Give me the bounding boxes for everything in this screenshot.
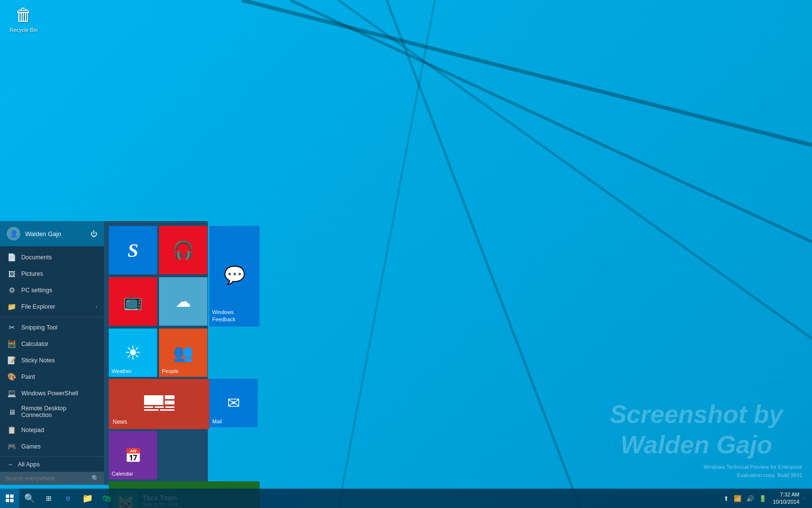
documents-label: Documents [21, 254, 52, 261]
news-label: News [113, 418, 127, 425]
remote-desktop-label: Remote Desktop Connection [21, 405, 97, 418]
menu-item-sticky-notes[interactable]: 📝 Sticky Notes [0, 352, 104, 369]
games-icon: 🎮 [7, 442, 16, 451]
power-button[interactable]: ⏻ [90, 230, 97, 238]
store-icon: 🛍 [102, 493, 111, 504]
ie-icon: e [66, 494, 71, 503]
tile-weather[interactable]: ☀ Weather [109, 329, 157, 377]
news-icon [144, 395, 174, 411]
menu-item-games[interactable]: 🎮 Games [0, 438, 104, 455]
remote-desktop-icon: 🖥 [7, 407, 16, 417]
menu-item-pictures[interactable]: 🖼 Pictures [0, 266, 104, 282]
svg-line-1 [290, 0, 812, 242]
windows-notice: Windows Technical Preview for Enterprise… [703, 463, 802, 480]
menu-item-calculator[interactable]: 🧮 Calculator [0, 336, 104, 352]
user-header: 👤 Walden Gajo ⏻ [0, 221, 104, 246]
recycle-bin-label: Recycle Bin [10, 27, 38, 33]
pc-settings-icon: ⚙ [7, 285, 16, 295]
taskbar-explorer-button[interactable]: 📁 [78, 489, 97, 508]
menu-divider-1 [0, 317, 104, 317]
file-explorer-label: File Explorer [21, 303, 55, 310]
pictures-label: Pictures [21, 270, 43, 277]
tile-mail[interactable]: ✉ Mail [209, 379, 258, 427]
svg-line-0 [242, 0, 812, 145]
user-name: Walden Gajo [25, 230, 61, 238]
svg-line-4 [338, 0, 435, 508]
tray-battery-icon[interactable]: 🔋 [757, 494, 768, 503]
menu-item-notepad[interactable]: 📋 Notepad [0, 422, 104, 438]
system-tray: ⬆ 📶 🔊 🔋 7:32 AM 10/10/2014 [718, 491, 812, 506]
all-apps-button[interactable]: → All Apps [0, 456, 104, 472]
taskbar-store-button[interactable]: 🛍 [98, 489, 116, 508]
menu-item-pc-settings[interactable]: ⚙ PC settings [0, 282, 104, 299]
file-explorer-arrow: › [96, 304, 97, 310]
start-menu-tiles: S 🎧 💬 Windows Feedback [104, 221, 208, 485]
pc-settings-label: PC settings [21, 287, 52, 294]
user-info: 👤 Walden Gajo [7, 227, 61, 240]
tile-onedrive[interactable]: ☁ [159, 277, 207, 326]
taskbar: 🔍 ⊞ e 📁 🛍 ⬆ 📶 🔊 🔋 7:32 AM 10/10/2014 [0, 489, 812, 508]
menu-item-documents[interactable]: 📄 Documents [0, 249, 104, 266]
start-button[interactable] [0, 489, 19, 508]
explorer-icon: 📁 [82, 493, 93, 504]
all-apps-arrow: → [7, 461, 13, 468]
taskbar-search-button[interactable]: 🔍 [20, 489, 39, 508]
tray-volume-icon[interactable]: 🔊 [745, 494, 755, 503]
search-icon[interactable]: 🔍 [91, 475, 99, 482]
recycle-bin-graphic: 🗑 [15, 5, 32, 25]
tile-music[interactable]: 🎧 [159, 226, 207, 274]
notepad-label: Notepad [21, 427, 44, 433]
paint-icon: 🎨 [7, 372, 16, 382]
people-label: People [162, 368, 178, 374]
tiles-grid: S 🎧 💬 Windows Feedback [107, 224, 261, 508]
tile-movie[interactable]: 📺 [109, 277, 157, 326]
menu-item-snipping-tool[interactable]: ✂ Snipping Tool [0, 319, 104, 336]
documents-icon: 📄 [7, 253, 16, 262]
search-bar: 🔍 [0, 472, 104, 485]
tile-people[interactable]: 👥 People [159, 329, 207, 377]
search-input[interactable] [5, 475, 88, 482]
weather-label: Weather [112, 368, 131, 374]
desktop: 🗑 Recycle Bin Screenshot by Walden Gajo … [0, 0, 812, 508]
menu-items-list: 📄 Documents 🖼 Pictures ⚙ PC settings 📁 F… [0, 246, 104, 456]
taskbar-search-icon: 🔍 [24, 493, 35, 504]
start-menu: 👤 Walden Gajo ⏻ 📄 Documents 🖼 Pictures [0, 221, 208, 485]
feedback-label: Windows Feedback [212, 309, 257, 323]
mail-icon: ✉ [227, 394, 240, 412]
cloud-icon: ☁ [175, 292, 191, 311]
tile-windows-feedback[interactable]: 💬 Windows Feedback [209, 226, 260, 327]
menu-item-powershell[interactable]: 💻 Windows PowerShell [0, 385, 104, 402]
music-icon: 🎧 [173, 240, 194, 260]
file-explorer-icon: 📁 [7, 302, 16, 312]
calculator-icon: 🧮 [7, 339, 16, 349]
user-avatar[interactable]: 👤 [7, 227, 20, 240]
tile-news[interactable]: News [109, 379, 209, 429]
tile-calendar[interactable]: 📅 Calendar [109, 431, 157, 479]
snipping-tool-label: Snipping Tool [21, 324, 58, 331]
menu-item-remote-desktop[interactable]: 🖥 Remote Desktop Connection [0, 402, 104, 422]
calendar-label: Calendar [112, 471, 133, 477]
recycle-bin-icon[interactable]: 🗑 Recycle Bin [10, 5, 38, 33]
games-label: Games [21, 443, 41, 450]
sticky-notes-icon: 📝 [7, 356, 16, 365]
mail-label: Mail [212, 418, 222, 424]
clock-date: 10/10/2014 [773, 498, 799, 506]
show-desktop-button[interactable] [804, 497, 808, 499]
menu-item-file-explorer[interactable]: 📁 File Explorer › [0, 299, 104, 315]
taskbar-ie-button[interactable]: e [59, 489, 77, 508]
tray-arrow-icon[interactable]: ⬆ [722, 494, 730, 503]
start-menu-left-panel: 👤 Walden Gajo ⏻ 📄 Documents 🖼 Pictures [0, 221, 104, 485]
menu-item-paint[interactable]: 🎨 Paint [0, 369, 104, 385]
all-apps-label: All Apps [18, 461, 40, 468]
sticky-notes-label: Sticky Notes [21, 357, 55, 364]
windows-logo-icon [6, 494, 14, 502]
system-clock[interactable]: 7:32 AM 10/10/2014 [770, 491, 802, 506]
tile-skype[interactable]: S [109, 226, 157, 274]
clock-time: 7:32 AM [773, 491, 799, 498]
tray-network-icon[interactable]: 📶 [732, 494, 743, 503]
task-view-icon: ⊞ [46, 494, 52, 502]
svg-line-2 [338, 0, 812, 339]
powershell-icon: 💻 [7, 388, 16, 398]
weather-icon: ☀ [124, 342, 142, 364]
taskbar-task-view-button[interactable]: ⊞ [40, 489, 58, 508]
